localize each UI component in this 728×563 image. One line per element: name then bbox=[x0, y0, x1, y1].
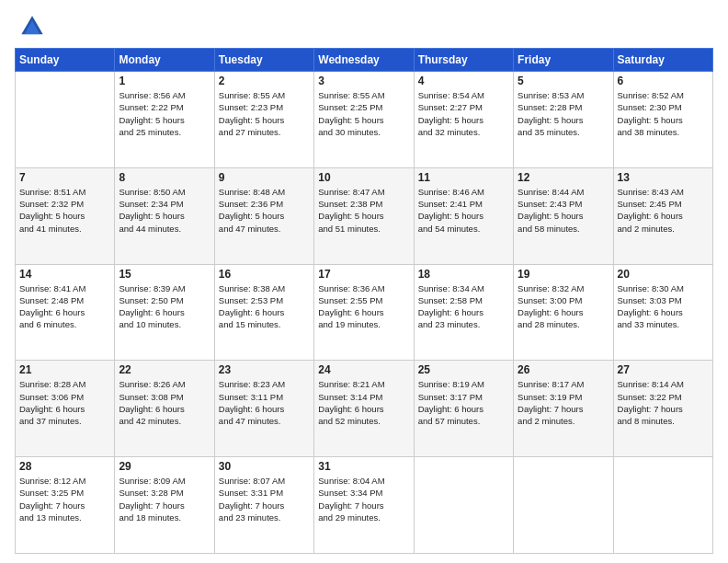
logo-icon bbox=[18, 13, 46, 40]
day-info: Sunrise: 8:32 AM Sunset: 3:00 PM Dayligh… bbox=[518, 282, 609, 331]
calendar-cell: 11Sunrise: 8:46 AM Sunset: 2:41 PM Dayli… bbox=[414, 167, 513, 264]
day-number: 29 bbox=[119, 460, 210, 473]
weekday-sunday: Sunday bbox=[16, 49, 115, 72]
calendar-cell: 8Sunrise: 8:50 AM Sunset: 2:34 PM Daylig… bbox=[115, 167, 214, 264]
day-info: Sunrise: 8:50 AM Sunset: 2:34 PM Dayligh… bbox=[119, 186, 210, 235]
day-number: 17 bbox=[318, 268, 409, 281]
weekday-saturday: Saturday bbox=[613, 49, 712, 72]
day-number: 2 bbox=[219, 75, 310, 87]
header bbox=[15, 9, 713, 40]
weekday-friday: Friday bbox=[514, 49, 613, 72]
calendar-page: SundayMondayTuesdayWednesdayThursdayFrid… bbox=[0, 0, 728, 563]
calendar-cell: 20Sunrise: 8:30 AM Sunset: 3:03 PM Dayli… bbox=[613, 264, 712, 361]
day-number: 3 bbox=[318, 75, 409, 87]
calendar-cell: 29Sunrise: 8:09 AM Sunset: 3:28 PM Dayli… bbox=[115, 457, 214, 554]
day-number: 7 bbox=[19, 171, 110, 184]
day-info: Sunrise: 8:53 AM Sunset: 2:28 PM Dayligh… bbox=[518, 89, 609, 138]
calendar-cell: 14Sunrise: 8:41 AM Sunset: 2:48 PM Dayli… bbox=[16, 264, 115, 361]
day-number: 26 bbox=[518, 363, 609, 376]
calendar-cell bbox=[16, 72, 115, 168]
day-number: 6 bbox=[618, 75, 709, 87]
calendar-cell: 16Sunrise: 8:38 AM Sunset: 2:53 PM Dayli… bbox=[214, 264, 313, 361]
day-info: Sunrise: 8:07 AM Sunset: 3:31 PM Dayligh… bbox=[219, 475, 310, 523]
calendar-cell: 25Sunrise: 8:19 AM Sunset: 3:17 PM Dayli… bbox=[414, 361, 513, 457]
calendar-cell: 15Sunrise: 8:39 AM Sunset: 2:50 PM Dayli… bbox=[115, 264, 214, 361]
day-info: Sunrise: 8:46 AM Sunset: 2:41 PM Dayligh… bbox=[418, 186, 509, 235]
day-info: Sunrise: 8:48 AM Sunset: 2:36 PM Dayligh… bbox=[219, 186, 310, 235]
day-info: Sunrise: 8:54 AM Sunset: 2:27 PM Dayligh… bbox=[418, 89, 509, 138]
day-info: Sunrise: 8:55 AM Sunset: 2:23 PM Dayligh… bbox=[219, 89, 310, 138]
calendar-cell: 18Sunrise: 8:34 AM Sunset: 2:58 PM Dayli… bbox=[414, 264, 513, 361]
calendar-cell: 1Sunrise: 8:56 AM Sunset: 2:22 PM Daylig… bbox=[115, 72, 214, 168]
weekday-thursday: Thursday bbox=[414, 49, 513, 72]
day-info: Sunrise: 8:26 AM Sunset: 3:08 PM Dayligh… bbox=[119, 378, 210, 427]
calendar-cell: 26Sunrise: 8:17 AM Sunset: 3:19 PM Dayli… bbox=[514, 361, 613, 457]
calendar-cell: 4Sunrise: 8:54 AM Sunset: 2:27 PM Daylig… bbox=[414, 72, 513, 168]
day-number: 16 bbox=[219, 268, 310, 281]
day-number: 23 bbox=[219, 363, 310, 376]
day-number: 27 bbox=[618, 363, 709, 376]
calendar-cell: 12Sunrise: 8:44 AM Sunset: 2:43 PM Dayli… bbox=[514, 167, 613, 264]
day-number: 12 bbox=[518, 171, 609, 184]
day-number: 31 bbox=[318, 460, 409, 473]
day-number: 30 bbox=[219, 460, 310, 473]
day-info: Sunrise: 8:39 AM Sunset: 2:50 PM Dayligh… bbox=[119, 282, 210, 331]
week-row-3: 14Sunrise: 8:41 AM Sunset: 2:48 PM Dayli… bbox=[16, 264, 713, 361]
day-info: Sunrise: 8:14 AM Sunset: 3:22 PM Dayligh… bbox=[618, 378, 709, 427]
day-number: 24 bbox=[318, 363, 409, 376]
calendar-cell: 24Sunrise: 8:21 AM Sunset: 3:14 PM Dayli… bbox=[314, 361, 414, 457]
day-info: Sunrise: 8:56 AM Sunset: 2:22 PM Dayligh… bbox=[119, 89, 210, 138]
day-info: Sunrise: 8:12 AM Sunset: 3:25 PM Dayligh… bbox=[19, 475, 110, 523]
week-row-2: 7Sunrise: 8:51 AM Sunset: 2:32 PM Daylig… bbox=[16, 167, 713, 264]
day-number: 20 bbox=[618, 268, 709, 281]
calendar-cell: 27Sunrise: 8:14 AM Sunset: 3:22 PM Dayli… bbox=[613, 361, 712, 457]
calendar-cell bbox=[414, 457, 513, 554]
day-info: Sunrise: 8:21 AM Sunset: 3:14 PM Dayligh… bbox=[318, 378, 409, 427]
day-info: Sunrise: 8:51 AM Sunset: 2:32 PM Dayligh… bbox=[19, 186, 110, 235]
day-info: Sunrise: 8:38 AM Sunset: 2:53 PM Dayligh… bbox=[219, 282, 310, 331]
day-number: 28 bbox=[19, 460, 110, 473]
day-info: Sunrise: 8:30 AM Sunset: 3:03 PM Dayligh… bbox=[618, 282, 709, 331]
calendar-cell: 2Sunrise: 8:55 AM Sunset: 2:23 PM Daylig… bbox=[214, 72, 313, 168]
day-info: Sunrise: 8:43 AM Sunset: 2:45 PM Dayligh… bbox=[618, 186, 709, 235]
calendar-cell: 9Sunrise: 8:48 AM Sunset: 2:36 PM Daylig… bbox=[214, 167, 313, 264]
day-info: Sunrise: 8:55 AM Sunset: 2:25 PM Dayligh… bbox=[318, 89, 409, 138]
week-row-5: 28Sunrise: 8:12 AM Sunset: 3:25 PM Dayli… bbox=[16, 457, 713, 554]
day-info: Sunrise: 8:23 AM Sunset: 3:11 PM Dayligh… bbox=[219, 378, 310, 427]
day-number: 18 bbox=[418, 268, 509, 281]
calendar-cell: 3Sunrise: 8:55 AM Sunset: 2:25 PM Daylig… bbox=[314, 72, 414, 168]
calendar-cell: 28Sunrise: 8:12 AM Sunset: 3:25 PM Dayli… bbox=[16, 457, 115, 554]
day-number: 25 bbox=[418, 363, 509, 376]
logo bbox=[15, 13, 46, 40]
calendar-cell bbox=[514, 457, 613, 554]
day-number: 1 bbox=[119, 75, 210, 87]
day-number: 8 bbox=[119, 171, 210, 184]
day-number: 5 bbox=[518, 75, 609, 87]
weekday-wednesday: Wednesday bbox=[314, 49, 414, 72]
day-number: 14 bbox=[19, 268, 110, 281]
weekday-header-row: SundayMondayTuesdayWednesdayThursdayFrid… bbox=[16, 49, 713, 72]
calendar-cell: 23Sunrise: 8:23 AM Sunset: 3:11 PM Dayli… bbox=[214, 361, 313, 457]
day-info: Sunrise: 8:36 AM Sunset: 2:55 PM Dayligh… bbox=[318, 282, 409, 331]
day-info: Sunrise: 8:19 AM Sunset: 3:17 PM Dayligh… bbox=[418, 378, 509, 427]
day-number: 13 bbox=[618, 171, 709, 184]
day-number: 4 bbox=[418, 75, 509, 87]
calendar-cell: 17Sunrise: 8:36 AM Sunset: 2:55 PM Dayli… bbox=[314, 264, 414, 361]
day-number: 15 bbox=[119, 268, 210, 281]
calendar-cell: 30Sunrise: 8:07 AM Sunset: 3:31 PM Dayli… bbox=[214, 457, 313, 554]
day-number: 9 bbox=[219, 171, 310, 184]
day-number: 10 bbox=[318, 171, 409, 184]
week-row-1: 1Sunrise: 8:56 AM Sunset: 2:22 PM Daylig… bbox=[16, 72, 713, 168]
day-info: Sunrise: 8:52 AM Sunset: 2:30 PM Dayligh… bbox=[618, 89, 709, 138]
day-info: Sunrise: 8:34 AM Sunset: 2:58 PM Dayligh… bbox=[418, 282, 509, 331]
day-info: Sunrise: 8:41 AM Sunset: 2:48 PM Dayligh… bbox=[19, 282, 110, 331]
day-number: 21 bbox=[19, 363, 110, 376]
calendar-cell: 13Sunrise: 8:43 AM Sunset: 2:45 PM Dayli… bbox=[613, 167, 712, 264]
weekday-monday: Monday bbox=[115, 49, 214, 72]
calendar-cell: 22Sunrise: 8:26 AM Sunset: 3:08 PM Dayli… bbox=[115, 361, 214, 457]
day-info: Sunrise: 8:17 AM Sunset: 3:19 PM Dayligh… bbox=[518, 378, 609, 427]
day-info: Sunrise: 8:47 AM Sunset: 2:38 PM Dayligh… bbox=[318, 186, 409, 235]
calendar-cell: 19Sunrise: 8:32 AM Sunset: 3:00 PM Dayli… bbox=[514, 264, 613, 361]
calendar-cell: 5Sunrise: 8:53 AM Sunset: 2:28 PM Daylig… bbox=[514, 72, 613, 168]
calendar-table: SundayMondayTuesdayWednesdayThursdayFrid… bbox=[15, 48, 713, 554]
